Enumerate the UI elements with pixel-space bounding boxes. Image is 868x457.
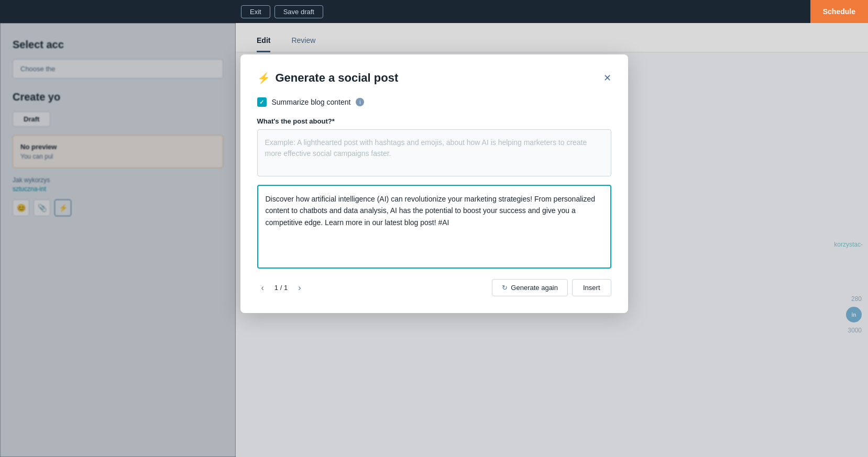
summarize-info-icon[interactable]: i	[356, 98, 364, 106]
generate-again-button[interactable]: ↻ Generate again	[492, 279, 568, 296]
generated-content-textarea[interactable]	[257, 185, 611, 269]
modal-title: ⚡ Generate a social post	[257, 71, 399, 85]
prev-page-button[interactable]: ‹	[257, 281, 268, 295]
generate-social-post-modal: ⚡ Generate a social post ✕ Summarize blo…	[240, 54, 628, 313]
schedule-button[interactable]: Schedule	[810, 0, 868, 23]
modal-bottom-row: ‹ 1 / 1 › ↻ Generate again Insert	[257, 279, 611, 296]
modal-header: ⚡ Generate a social post ✕	[257, 71, 611, 85]
action-buttons: ↻ Generate again Insert	[492, 279, 611, 296]
generate-again-label: Generate again	[511, 284, 558, 292]
page-indicator: 1 / 1	[274, 284, 288, 292]
insert-button[interactable]: Insert	[572, 279, 611, 296]
summarize-checkbox-row: Summarize blog content i	[257, 97, 611, 107]
post-about-label: What's the post about?*	[257, 117, 611, 125]
exit-button[interactable]: Exit	[241, 5, 270, 18]
post-about-textarea[interactable]	[257, 129, 611, 176]
summarize-label: Summarize blog content	[272, 98, 351, 106]
summarize-checkbox[interactable]	[257, 97, 267, 107]
refresh-icon: ↻	[502, 284, 508, 292]
next-page-button[interactable]: ›	[294, 281, 305, 295]
modal-title-text: Generate a social post	[276, 71, 399, 85]
pagination: ‹ 1 / 1 ›	[257, 281, 305, 295]
modal-lightning-icon: ⚡	[257, 72, 270, 84]
modal-overlay: ⚡ Generate a social post ✕ Summarize blo…	[0, 23, 868, 457]
top-bar-left-actions: Exit Save draft	[241, 5, 323, 18]
save-draft-button[interactable]: Save draft	[274, 5, 323, 18]
close-modal-button[interactable]: ✕	[603, 73, 611, 83]
top-bar: Exit Save draft Schedule	[0, 0, 868, 23]
